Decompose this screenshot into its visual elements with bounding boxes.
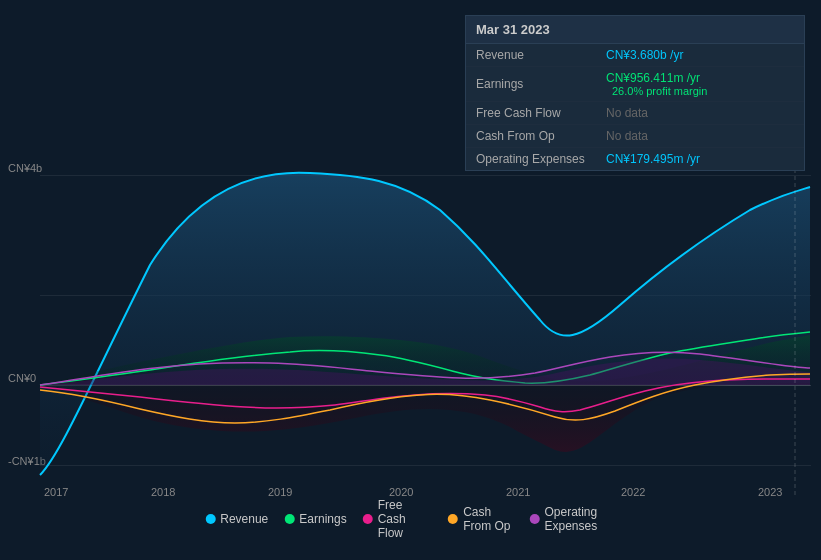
- legend-dot-earnings: [284, 514, 294, 524]
- tooltip-label-opex: Operating Expenses: [476, 152, 606, 166]
- x-label-2020: 2020: [389, 486, 413, 498]
- tooltip-row-earnings: Earnings CN¥956.411m /yr 26.0% profit ma…: [466, 67, 804, 102]
- tooltip-row-fcf: Free Cash Flow No data: [466, 102, 804, 125]
- legend-label-opex: Operating Expenses: [544, 505, 615, 533]
- x-label-2021: 2021: [506, 486, 530, 498]
- tooltip-row-opex: Operating Expenses CN¥179.495m /yr: [466, 148, 804, 170]
- tooltip-value-fcf: No data: [606, 106, 794, 120]
- legend-item-opex[interactable]: Operating Expenses: [529, 505, 615, 533]
- tooltip-box: Mar 31 2023 Revenue CN¥3.680b /yr Earnin…: [465, 15, 805, 171]
- tooltip-label-fcf: Free Cash Flow: [476, 106, 606, 120]
- tooltip-value-cashfromop: No data: [606, 129, 794, 143]
- tooltip-value-opex: CN¥179.495m /yr: [606, 152, 794, 166]
- tooltip-label-earnings: Earnings: [476, 77, 606, 91]
- tooltip-title: Mar 31 2023: [466, 16, 804, 44]
- x-label-2023: 2023: [758, 486, 782, 498]
- x-label-2017: 2017: [44, 486, 68, 498]
- legend-dot-fcf: [363, 514, 373, 524]
- legend-label-earnings: Earnings: [299, 512, 346, 526]
- tooltip-value-earnings: CN¥956.411m /yr: [606, 71, 707, 85]
- tooltip-profit-margin: 26.0% profit margin: [612, 85, 707, 97]
- legend-label-cashfromop: Cash From Op: [463, 505, 513, 533]
- revenue-area: [40, 173, 810, 475]
- chart-container: Mar 31 2023 Revenue CN¥3.680b /yr Earnin…: [0, 0, 821, 560]
- x-label-2022: 2022: [621, 486, 645, 498]
- legend-item-revenue[interactable]: Revenue: [205, 512, 268, 526]
- tooltip-row-revenue: Revenue CN¥3.680b /yr: [466, 44, 804, 67]
- x-label-2018: 2018: [151, 486, 175, 498]
- legend-dot-opex: [529, 514, 539, 524]
- earnings-neg-area: [40, 383, 810, 452]
- legend-dot-cashfromop: [448, 514, 458, 524]
- x-label-2019: 2019: [268, 486, 292, 498]
- legend-item-earnings[interactable]: Earnings: [284, 512, 346, 526]
- legend-label-revenue: Revenue: [220, 512, 268, 526]
- legend-item-fcf[interactable]: Free Cash Flow: [363, 498, 433, 540]
- legend: Revenue Earnings Free Cash Flow Cash Fro…: [205, 498, 616, 540]
- tooltip-value-revenue: CN¥3.680b /yr: [606, 48, 794, 62]
- tooltip-label-revenue: Revenue: [476, 48, 606, 62]
- tooltip-row-cashfromop: Cash From Op No data: [466, 125, 804, 148]
- tooltip-label-cashfromop: Cash From Op: [476, 129, 606, 143]
- legend-label-fcf: Free Cash Flow: [378, 498, 433, 540]
- chart-svg: [0, 155, 821, 495]
- legend-item-cashfromop[interactable]: Cash From Op: [448, 505, 513, 533]
- legend-dot-revenue: [205, 514, 215, 524]
